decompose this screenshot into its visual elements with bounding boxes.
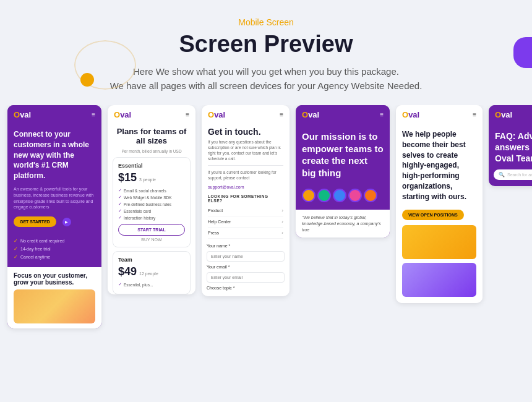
deco-circle-right [513,37,532,68]
form-name-input[interactable] [207,251,285,262]
faq-search[interactable]: 🔍 Search for articles... [494,169,532,180]
form-name-label: Your name * [207,244,285,248]
feature-label: Essential, plus... [124,283,153,287]
feature-label: Interaction history [124,216,155,220]
checklist-label: Cancel anytime [20,255,50,259]
crm-hero: Connect to your customers in a whole new… [7,123,101,233]
crm-bottom: Focus on your customer, grow your busine… [7,267,101,328]
form-email-label: Your email * [207,265,285,269]
contact-form: Your name * Your email * Choose topic * [202,244,290,296]
contact-title: Get in touch. [202,123,290,139]
form-topic-label: Choose topic * [207,286,285,290]
view-positions-button[interactable]: VIEW OPEN POSITIONS [402,210,464,220]
feature-label: Pre-defined business rules [124,202,171,207]
essential-plan-name: Essential [118,163,185,169]
link-label: Product [208,208,223,213]
checklist-item: ✓ Cancel anytime [14,254,95,260]
team-plan-box: Team $49 12 people ✓ Essential, plus... [113,251,191,294]
feat-check-icon: ✓ [118,215,122,220]
avatar [364,189,377,202]
chevron-icon: › [281,208,283,213]
chevron-icon: › [281,230,283,236]
check-icon: ✓ [14,246,18,252]
play-button[interactable]: ▶ [62,218,71,226]
mission-header: Oval ≡ [296,105,390,123]
team-plan-name: Team [118,257,185,263]
cards-row: Oval ≡ Connect to your customers in a wh… [0,105,532,335]
crm-header: Oval ≡ [7,105,101,123]
team-plan-features: ✓ Essential, plus... [118,282,185,287]
check-icon: ✓ [14,238,18,244]
feature-item: ✓ Interaction history [118,215,185,220]
feat-check-icon: ✓ [118,282,122,287]
avatars-row [302,189,384,202]
card-faq: Oval ≡ FAQ: Advice and answers from the … [489,105,532,186]
feature-label: Email & social channels [124,189,166,193]
checklist-label: 14-day free trial [20,247,51,251]
contact-link-helpcenter[interactable]: Help Center › [208,216,283,228]
feat-check-icon: ✓ [118,195,122,200]
essential-people: 3 people [139,177,156,182]
feat-check-icon: ✓ [118,208,122,213]
contact-links: Product › Help Center › Press › [202,205,290,244]
essential-plan-box: Essential $15 3 people ✓ Email & social … [113,157,191,247]
contact-header: Oval ≡ [202,105,290,123]
crm-cta-button[interactable]: GET STARTED [14,216,56,227]
crm-checklist: ✓ No credit card required ✓ 14-day free … [7,233,101,267]
plans-menu-icon[interactable]: ≡ [186,111,189,118]
mission-logo: Oval [302,110,319,119]
support-link[interactable]: support@oval.com [202,185,290,194]
deco-circle-left [80,73,94,87]
avatar [302,189,315,202]
form-email-input[interactable] [207,272,285,283]
crm-heading: Connect to your customers in a whole new… [14,129,95,181]
checklist-item: ✓ 14-day free trial [14,246,95,252]
help-title: We help people become their best selves … [402,129,476,202]
feature-item: ✓ Essentials card [118,208,185,213]
team-image [14,289,95,323]
feature-item: ✓ Web Widget & Mobile SDK [118,195,185,200]
team-people: 12 people [139,272,158,276]
contact-divider [208,165,283,166]
team-price: $49 [118,265,137,278]
contact-menu-icon[interactable]: ≡ [280,111,283,118]
help-content: We help people become their best selves … [396,123,483,303]
plan-features: ✓ Email & social channels ✓ Web Widget &… [118,188,185,220]
plans-title: Plans for teams of all sizes [108,123,195,149]
quote-text: "We believe that in today's global, know… [302,215,384,233]
essential-price: $15 [118,171,137,184]
team-photo-1 [402,225,476,259]
contact-support-desc: If you're a current customer looking for… [202,169,290,184]
focus-text: Focus on your customer, grow your busine… [14,272,95,286]
plans-header: Oval ≡ [108,105,195,123]
feature-item: ✓ Email & social channels [118,188,185,193]
check-icon: ✓ [14,254,18,260]
feature-item: ✓ Pre-defined business rules [118,202,185,207]
search-icon: 🔍 [499,172,505,177]
mission-menu-icon[interactable]: ≡ [380,111,384,118]
avatar [348,189,362,202]
card-contact: Oval ≡ Get in touch. If you have any que… [202,105,290,296]
start-trial-button[interactable]: START TRIAL [118,224,185,236]
mission-content: Our mission is to empower teams to creat… [296,123,390,210]
help-header: Oval ≡ [396,105,483,123]
crm-menu-icon[interactable]: ≡ [92,111,95,118]
help-menu-icon[interactable]: ≡ [473,111,476,118]
faq-title: FAQ: Advice and answers from the Oval Te… [489,123,532,169]
crm-body: An awesome & powerfull tools for your bu… [14,186,95,210]
link-label: Help Center [208,220,231,224]
feat-check-icon: ✓ [118,188,122,193]
contact-desc: If you have any questions about the subs… [202,139,290,165]
contact-link-press[interactable]: Press › [208,228,283,239]
buy-now-link[interactable]: BUY NOW [118,237,185,242]
faq-logo: Oval [495,110,512,119]
help-logo: Oval [402,110,419,119]
mission-title: Our mission is to empower teams to creat… [302,130,384,179]
contact-link-product[interactable]: Product › [208,205,283,216]
faq-header: Oval ≡ [489,105,532,123]
feat-check-icon: ✓ [118,202,122,207]
checklist-item: ✓ No credit card required [14,238,95,244]
mission-bottom: "We believe that in today's global, know… [296,210,390,237]
feature-label: Web Widget & Mobile SDK [124,195,172,200]
feature-label: Essentials card [124,209,151,213]
